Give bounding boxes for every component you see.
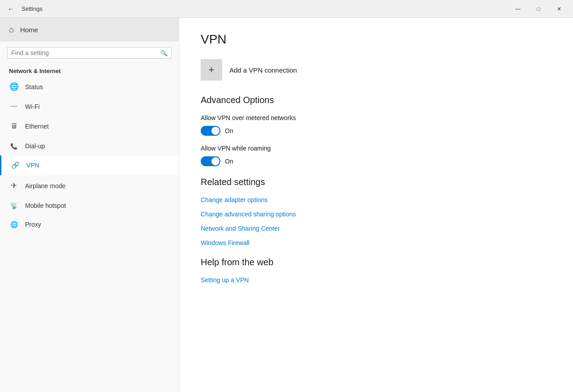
wifi-icon: 〰 — [9, 103, 19, 110]
proxy-icon: 🌐 — [9, 221, 19, 228]
add-vpn-icon: + — [201, 59, 222, 81]
dialup-icon: 📞 — [9, 143, 19, 150]
add-vpn-label: Add a VPN connection — [229, 66, 297, 74]
related-settings-heading: Related settings — [201, 177, 551, 187]
metered-networks-toggle[interactable] — [201, 126, 220, 136]
metered-networks-state: On — [225, 127, 233, 134]
ethernet-icon: 🖥 — [9, 122, 19, 131]
minimize-button[interactable]: — — [508, 2, 528, 16]
roaming-toggle[interactable] — [201, 156, 220, 166]
toggle-knob — [211, 157, 220, 165]
toggle-knob — [211, 127, 220, 135]
metered-networks-label: Allow VPN over metered networks — [201, 114, 551, 121]
firewall-link[interactable]: Windows Firewall — [201, 239, 551, 246]
status-icon: 🌐 — [9, 82, 19, 91]
sidebar-item-status[interactable]: 🌐 Status — [0, 76, 179, 97]
roaming-toggle-container: On — [201, 156, 551, 166]
search-box: 🔍 — [7, 47, 172, 59]
page-title: VPN — [201, 32, 551, 47]
sidebar-section-label: Network & Internet — [0, 64, 179, 76]
network-center-link[interactable]: Network and Sharing Center — [201, 225, 551, 232]
sidebar-home-label: Home — [20, 26, 38, 34]
search-icon: 🔍 — [160, 50, 168, 56]
close-button[interactable]: ✕ — [549, 2, 569, 16]
maximize-button[interactable]: □ — [528, 2, 549, 16]
change-sharing-link[interactable]: Change advanced sharing options — [201, 211, 551, 218]
sidebar-item-label: Wi-Fi — [25, 103, 40, 110]
sidebar-item-label: Status — [25, 83, 43, 90]
search-input[interactable] — [11, 49, 160, 56]
sidebar-item-label: Proxy — [25, 221, 41, 228]
airplane-icon: ✈ — [9, 181, 19, 190]
vpn-icon: 🔗 — [10, 161, 20, 169]
sidebar: ⌂ Home 🔍 Network & Internet 🌐 Status 〰 W… — [0, 18, 179, 392]
hotspot-icon: 📡 — [9, 202, 19, 209]
sidebar-item-label: Dial-up — [25, 142, 45, 150]
title-bar-controls: — □ ✕ — [508, 2, 569, 16]
metered-networks-toggle-row: Allow VPN over metered networks On — [201, 114, 551, 136]
sidebar-item-label: Ethernet — [25, 123, 49, 130]
roaming-toggle-row: Allow VPN while roaming On — [201, 145, 551, 166]
setting-up-vpn-link[interactable]: Setting up a VPN — [201, 276, 551, 284]
add-vpn-button[interactable]: + Add a VPN connection — [201, 59, 551, 81]
title-bar: ← Settings — □ ✕ — [0, 0, 573, 18]
related-settings-section: Related settings Change adapter options … — [201, 177, 551, 246]
sidebar-item-airplane[interactable]: ✈ Airplane mode — [0, 175, 179, 196]
sidebar-item-hotspot[interactable]: 📡 Mobile hotspot — [0, 196, 179, 215]
back-button[interactable]: ← — [4, 2, 18, 16]
sidebar-item-label: VPN — [26, 162, 39, 169]
roaming-state: On — [225, 158, 233, 165]
main-content: VPN + Add a VPN connection Advanced Opti… — [179, 18, 573, 392]
sidebar-home-button[interactable]: ⌂ Home — [0, 18, 179, 42]
sidebar-item-dialup[interactable]: 📞 Dial-up — [0, 137, 179, 155]
title-bar-title: Settings — [22, 5, 508, 12]
change-adapter-link[interactable]: Change adapter options — [201, 196, 551, 203]
sidebar-item-ethernet[interactable]: 🖥 Ethernet — [0, 116, 179, 137]
help-section: Help from the web Setting up a VPN — [201, 257, 551, 284]
sidebar-item-vpn[interactable]: 🔗 VPN — [0, 155, 179, 175]
sidebar-item-label: Airplane mode — [25, 182, 65, 190]
advanced-options-heading: Advanced Options — [201, 95, 551, 105]
app-body: ⌂ Home 🔍 Network & Internet 🌐 Status 〰 W… — [0, 18, 573, 392]
sidebar-item-label: Mobile hotspot — [25, 202, 66, 209]
metered-networks-toggle-container: On — [201, 126, 551, 136]
home-icon: ⌂ — [9, 25, 14, 34]
roaming-label: Allow VPN while roaming — [201, 145, 551, 152]
sidebar-item-proxy[interactable]: 🌐 Proxy — [0, 215, 179, 234]
help-heading: Help from the web — [201, 257, 551, 267]
sidebar-item-wifi[interactable]: 〰 Wi-Fi — [0, 97, 179, 116]
